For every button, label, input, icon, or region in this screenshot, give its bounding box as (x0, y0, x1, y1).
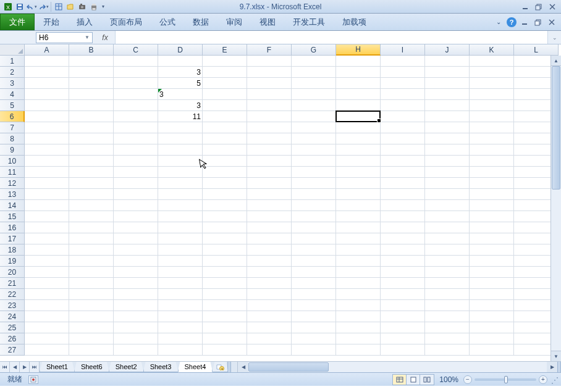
cell[interactable] (336, 322, 381, 333)
cell[interactable]: 3 (158, 67, 203, 78)
cell[interactable] (203, 67, 247, 78)
zoom-track[interactable] (475, 378, 536, 381)
cell[interactable] (336, 222, 381, 233)
ribbon-tab[interactable]: 数据 (184, 14, 217, 30)
cell[interactable] (381, 300, 425, 311)
cell[interactable] (114, 333, 158, 344)
cell[interactable] (336, 89, 381, 100)
help-icon[interactable]: ? (507, 17, 517, 27)
cell[interactable] (247, 233, 292, 244)
cell[interactable] (247, 133, 292, 144)
cell[interactable] (25, 111, 69, 122)
cell[interactable] (336, 311, 381, 322)
ribbon-tab[interactable]: 页面布局 (101, 14, 151, 30)
cell[interactable] (381, 289, 425, 300)
cell[interactable] (114, 133, 158, 144)
sheet-nav-next[interactable]: ▶ (20, 362, 30, 372)
file-tab[interactable]: 文件 (0, 14, 35, 30)
row-header[interactable]: 5 (0, 100, 25, 111)
cell[interactable] (114, 67, 158, 78)
cell[interactable] (336, 244, 381, 256)
cell[interactable] (203, 100, 247, 111)
scroll-left-button[interactable]: ◀ (238, 362, 248, 372)
sheet-tab[interactable]: Sheet2 (109, 362, 144, 372)
cell[interactable] (336, 100, 381, 111)
cell[interactable] (425, 244, 470, 256)
vertical-scrollbar[interactable]: ▲ ▼ (550, 56, 561, 361)
cell[interactable] (470, 111, 514, 122)
cell[interactable] (292, 311, 336, 322)
cell[interactable] (114, 289, 158, 300)
sheet-nav-first[interactable]: ⏮ (0, 362, 10, 372)
cell[interactable] (69, 311, 114, 322)
cell[interactable] (203, 189, 247, 200)
cell[interactable] (381, 322, 425, 333)
cell[interactable] (203, 244, 247, 256)
cell[interactable] (247, 256, 292, 267)
cell[interactable] (247, 89, 292, 100)
column-header[interactable]: F (247, 44, 292, 56)
cell[interactable] (69, 178, 114, 189)
sheet-nav-prev[interactable]: ◀ (10, 362, 20, 372)
cell[interactable] (25, 100, 69, 111)
cell[interactable] (25, 300, 69, 311)
cell[interactable] (470, 78, 514, 89)
cell[interactable] (470, 156, 514, 167)
cell[interactable] (425, 189, 470, 200)
workbook-close-button[interactable] (546, 17, 557, 28)
cell[interactable] (425, 311, 470, 322)
cell[interactable] (203, 111, 247, 122)
cell[interactable] (25, 322, 69, 333)
cell[interactable] (25, 222, 69, 233)
qat-customize-icon[interactable]: ▾ (100, 1, 106, 12)
row-header[interactable]: 9 (0, 144, 25, 156)
minimize-button[interactable] (519, 2, 531, 12)
zoom-in-button[interactable]: + (539, 375, 547, 384)
row-header[interactable]: 3 (0, 78, 25, 89)
cell[interactable] (381, 267, 425, 278)
cell[interactable] (292, 211, 336, 222)
cell[interactable] (381, 256, 425, 267)
cell[interactable] (292, 178, 336, 189)
scroll-down-button[interactable]: ▼ (551, 351, 561, 361)
cell[interactable] (69, 222, 114, 233)
cell[interactable] (69, 100, 114, 111)
cell[interactable] (69, 344, 114, 356)
cell[interactable] (69, 144, 114, 156)
cell[interactable] (336, 122, 381, 133)
cell[interactable] (292, 200, 336, 211)
cell[interactable] (114, 244, 158, 256)
cell[interactable] (292, 300, 336, 311)
cell[interactable]: 3 (158, 100, 203, 111)
cell[interactable] (470, 67, 514, 78)
row-header[interactable]: 25 (0, 322, 25, 333)
cell[interactable] (114, 256, 158, 267)
cell[interactable] (381, 111, 425, 122)
cell[interactable] (292, 78, 336, 89)
resize-grip-icon[interactable]: ⋰ (549, 375, 559, 385)
ribbon-tab[interactable]: 视图 (251, 14, 284, 30)
cell[interactable] (25, 311, 69, 322)
cell[interactable] (203, 267, 247, 278)
cell[interactable] (247, 333, 292, 344)
cell[interactable] (336, 189, 381, 200)
cell[interactable] (425, 222, 470, 233)
cell[interactable] (25, 156, 69, 167)
cell[interactable] (470, 289, 514, 300)
cell[interactable] (292, 144, 336, 156)
cell[interactable] (425, 144, 470, 156)
quick-print-icon[interactable] (88, 1, 99, 12)
cell[interactable] (336, 211, 381, 222)
cell[interactable] (292, 133, 336, 144)
row-header[interactable]: 15 (0, 211, 25, 222)
cell[interactable] (425, 233, 470, 244)
cell[interactable] (425, 289, 470, 300)
cell[interactable] (470, 267, 514, 278)
cell[interactable] (292, 167, 336, 178)
cell[interactable] (203, 289, 247, 300)
cell[interactable] (470, 100, 514, 111)
cell[interactable] (203, 178, 247, 189)
row-header[interactable]: 7 (0, 122, 25, 133)
cell[interactable] (381, 178, 425, 189)
redo-icon[interactable]: ▾ (38, 1, 49, 12)
